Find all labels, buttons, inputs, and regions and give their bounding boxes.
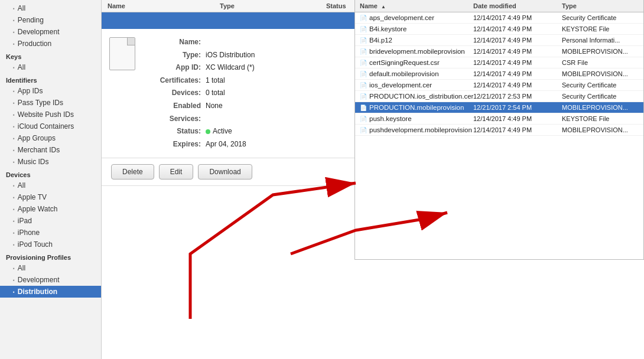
detail-certs-label: Certificates: [147,74,206,87]
sidebar-item-pp-distribution[interactable]: Distribution [0,286,101,298]
file-item-icon: 📄 [360,93,367,100]
file-item-name: PRODUCTION.ios_distribution.cer [369,93,473,100]
sidebar-section-provisioning: Provisioning Profiles [0,250,101,262]
file-row[interactable]: 📄B4i.keystore12/14/2017 4:49 PMKEYSTORE … [355,24,643,35]
sidebar-item-iphone[interactable]: iPhone [0,227,101,239]
detail-type-label: Type: [147,49,206,62]
file-panel-header: Name ▲ Date modified Type [355,0,643,12]
detail-enabled-row: Enabled Services: None [147,100,255,125]
detail-devices-label: Devices: [147,87,206,100]
detail-appid-row: App ID: XC Wildcard (*) [147,61,255,74]
detail-type-value: iOS Distribution [206,49,255,62]
file-item-icon: 📄 [360,105,367,111]
file-item-type: CSR File [562,59,639,66]
sidebar-section-identifiers: Identifiers [0,73,101,85]
file-item-icon: 📄 [360,37,367,44]
sidebar-item-pass-type-ids[interactable]: Pass Type IDs [0,97,101,109]
sidebar-item-music-ids[interactable]: Music IDs [0,156,101,168]
file-item-date: 12/14/2017 4:49 PM [473,37,562,44]
file-item-name: default.mobileprovision [369,70,439,77]
sidebar-item-apple-watch[interactable]: Apple Watch [0,203,101,215]
file-item-name: ios_development.cer [369,81,432,89]
file-item-type: Security Certificate [562,14,639,21]
sidebar-item-icloud-containers[interactable]: iCloud Containers [0,120,101,132]
sidebar-item-apple-tv[interactable]: Apple TV [0,191,101,203]
sidebar-item-pending[interactable]: Pending [0,14,101,26]
file-item-date: 12/14/2017 4:49 PM [473,14,562,21]
file-item-name: certSigningRequest.csr [369,59,440,66]
detail-status-dot-icon [206,129,210,134]
file-item-icon: 📄 [360,48,367,55]
provisioning-file-icon [108,36,137,71]
file-item-date: 12/14/2017 4:49 PM [473,25,562,32]
sidebar-item-keys-all[interactable]: All [0,61,101,73]
file-item-date: 12/14/2017 4:49 PM [473,48,562,55]
detail-type-row: Type: iOS Distribution [147,49,255,62]
sidebar-item-website-push-ids[interactable]: Website Push IDs [0,109,101,120]
file-item-date: 12/14/2017 4:49 PM [473,126,562,133]
file-col-header-date: Date modified [473,2,562,9]
file-row[interactable]: 📄ios_development.cer12/14/2017 4:49 PMSe… [355,80,643,91]
file-item-type: KEYSTORE File [562,25,639,32]
sidebar-item-ipod-touch[interactable]: iPod Touch [0,239,101,250]
file-item-type: MOBILEPROVISION... [562,48,639,55]
file-panel-list: 📄aps_development.cer12/14/2017 4:49 PMSe… [355,12,643,259]
file-row[interactable]: 📄push.keystore12/14/2017 4:49 PMKEYSTORE… [355,113,643,125]
detail-expires-label: Expires: [147,138,206,151]
detail-name-label: Name: [147,36,206,49]
detail-appid-value: XC Wildcard (*) [206,61,255,74]
file-row[interactable]: 📄default.mobileprovision12/14/2017 4:49 … [355,68,643,80]
file-item-icon: 📄 [360,82,367,89]
sidebar-item-all[interactable]: All [0,2,101,14]
file-row[interactable]: 📄aps_development.cer12/14/2017 4:49 PMSe… [355,12,643,24]
file-row[interactable]: 📄B4i.p1212/14/2017 4:49 PMPersonal Infor… [355,35,643,46]
detail-certs-row: Certificates: 1 total [147,74,255,87]
file-item-date: 12/14/2017 4:49 PM [473,70,562,77]
file-item-icon: 📄 [360,116,367,122]
file-row[interactable]: 📄PRODUCTION.ios_distribution.cer12/21/20… [355,91,643,102]
file-item-icon: 📄 [360,60,367,66]
file-item-date: 12/21/2017 2:54 PM [473,104,562,111]
sidebar-item-development[interactable]: Development [0,26,101,38]
detail-certs-value: 1 total [206,74,225,87]
sidebar-item-app-ids[interactable]: App IDs [0,85,101,97]
file-row[interactable]: 📄certSigningRequest.csr12/14/2017 4:49 P… [355,57,643,68]
sort-icon: ▲ [381,4,386,9]
file-item-type: MOBILEPROVISION... [562,70,639,77]
file-item-type: Security Certificate [562,93,639,100]
detail-devices-row: Devices: 0 total [147,87,255,100]
file-item-type: Security Certificate [562,81,639,89]
detail-status-label: Status: [147,125,206,138]
file-item-date: 12/14/2017 4:49 PM [473,81,562,89]
file-col-header-name: Name ▲ [360,2,473,9]
col-header-type: Type [220,2,326,9]
detail-appid-label: App ID: [147,61,206,74]
file-item-type: Personal Informati... [562,37,639,44]
delete-button[interactable]: Delete [111,164,154,180]
sidebar-item-devices-all[interactable]: All [0,180,101,191]
sidebar-item-pp-all[interactable]: All [0,262,101,274]
file-item-type: MOBILEPROVISION... [562,104,639,111]
file-item-date: 12/14/2017 4:49 PM [473,115,562,122]
file-item-date: 12/21/2017 2:53 PM [473,93,562,100]
file-row[interactable]: 📄pushdevelopment.mobileprovision12/14/20… [355,125,643,136]
file-item-name: B4i.keystore [369,25,406,32]
sidebar-item-merchant-ids[interactable]: Merchant IDs [0,144,101,156]
sidebar-item-app-groups[interactable]: App Groups [0,132,101,144]
sidebar-item-ipad[interactable]: iPad [0,215,101,227]
main-content: Name Type Status iOS Distribution Active… [102,0,644,359]
sidebar-item-pp-development[interactable]: Development [0,274,101,286]
file-item-name: bridevelopment.mobileprovision [369,48,465,55]
file-item-name: aps_development.cer [369,14,434,21]
detail-name-row: Name: [147,36,255,49]
sidebar-item-production[interactable]: Production [0,38,101,50]
sidebar-section-devices: Devices [0,168,101,180]
file-row[interactable]: 📄bridevelopment.mobileprovision12/14/201… [355,46,643,57]
file-panel: Name ▲ Date modified Type 📄aps_developme… [354,0,644,260]
detail-enabled-value: None [206,100,223,125]
download-button[interactable]: Download [198,164,252,180]
edit-button[interactable]: Edit [159,164,194,180]
file-col-header-type: Type [562,2,639,9]
sidebar: All Pending Development Production Keys … [0,0,102,359]
file-row[interactable]: 📄PRODUCTION.mobileprovision12/21/2017 2:… [355,102,643,113]
